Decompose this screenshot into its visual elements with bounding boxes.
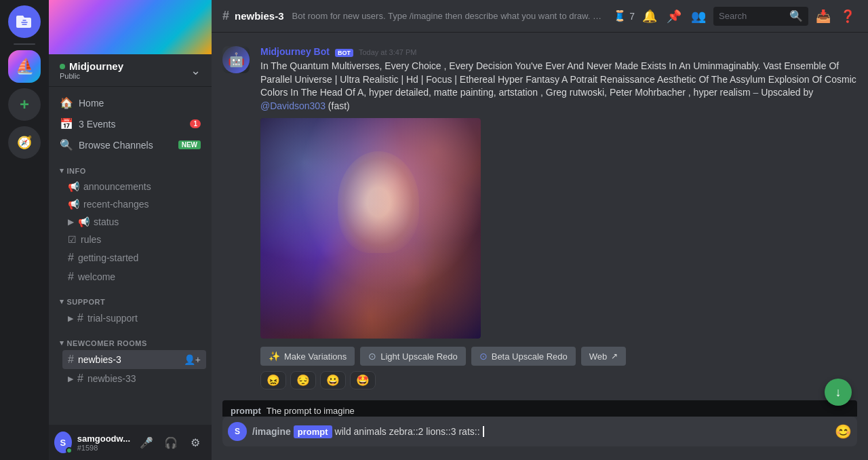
events-icon: 📅: [60, 117, 73, 130]
search-icon: 🔍: [789, 9, 803, 22]
channel-getting-started[interactable]: # getting-started: [62, 248, 206, 267]
message-author[interactable]: Midjourney Bot: [260, 46, 330, 57]
channel-recent-changes[interactable]: 📢 recent-changes: [62, 195, 206, 213]
user-controls: 🎤 🎧 ⚙: [136, 432, 206, 453]
deafen-button[interactable]: 🎧: [160, 432, 182, 453]
channel-sidebar: Midjourney Public ⌄ 🏠 Home 📅 3 Events 1 …: [49, 0, 212, 460]
beta-upscale-redo-button[interactable]: ⊙ Beta Upscale Redo: [471, 347, 576, 366]
hash-icon-1: #: [68, 252, 74, 264]
server-header[interactable]: Midjourney Public ⌄: [49, 54, 212, 87]
newbies33-chevron: ▶: [68, 375, 73, 383]
user-name: samgoodw...: [77, 434, 130, 444]
chat-input-area: S /imagine prompt wild animals zebra::2 …: [212, 417, 868, 460]
main-content: # newbies-3 Bot room for new users. Type…: [212, 0, 868, 460]
category-support[interactable]: ▾ SUPPORT: [54, 286, 206, 309]
channel-trial-support[interactable]: ▶ # trial-support: [62, 309, 206, 328]
add-server-button[interactable]: +: [8, 88, 41, 121]
announce-icon-2: 📢: [68, 199, 79, 210]
external-link-icon: ↗: [611, 351, 618, 361]
slash-command: /imagine: [252, 426, 291, 437]
user-discriminator: #1598: [77, 444, 130, 452]
server-status: Public: [60, 72, 123, 80]
chat-input-wrapper[interactable]: S /imagine prompt wild animals zebra::2 …: [222, 417, 857, 446]
action-buttons: ✨ Make Variations ⊙ Light Upscale Redo ⊙…: [260, 347, 857, 366]
category-newcomer[interactable]: ▾ NEWCOMER ROOMS: [54, 328, 206, 350]
members-button[interactable]: 👥: [689, 7, 708, 26]
header-hash-icon: #: [222, 9, 229, 23]
notification-bell-button[interactable]: 🔔: [640, 7, 659, 26]
channel-newbies-33[interactable]: ▶ # newbies-33: [62, 369, 206, 388]
channel-status[interactable]: ▶ 📢 status: [62, 213, 206, 231]
help-button[interactable]: ❓: [838, 7, 857, 26]
make-variations-button[interactable]: ✨ Make Variations: [260, 347, 355, 366]
user-online-dot: [66, 447, 73, 454]
sidebar-item-events[interactable]: 📅 3 Events 1: [54, 113, 206, 134]
ai-generated-image: [260, 118, 481, 339]
browse-new-badge: NEW: [178, 140, 201, 149]
search-box[interactable]: Search 🔍: [713, 7, 808, 26]
message-content: Midjourney Bot BOT Today at 3:47 PM In T…: [260, 46, 857, 389]
hash-icon-4: #: [68, 353, 74, 366]
chat-input-avatar: S: [228, 422, 247, 441]
light-upscale-redo-button[interactable]: ⊙ Light Upscale Redo: [360, 347, 465, 366]
channel-rules[interactable]: ☑ rules: [62, 231, 206, 248]
mute-button[interactable]: 🎤: [136, 432, 157, 453]
server-banner: [49, 0, 212, 54]
hash-icon-5: #: [77, 372, 83, 385]
add-member-icon[interactable]: 👤+: [184, 354, 201, 365]
member-count: 🧵 7: [613, 9, 635, 22]
make-variations-icon: ✨: [269, 351, 280, 362]
channel-newbies-3[interactable]: # newbies-3 👤+: [62, 350, 206, 369]
announce-icon: 📢: [68, 181, 79, 192]
web-button[interactable]: Web ↗: [581, 347, 627, 366]
message-row: 🤖 Midjourney Bot BOT Today at 3:47 PM In…: [222, 43, 857, 392]
image-attachment: [260, 118, 481, 339]
discord-home-button[interactable]: [8, 5, 41, 38]
hash-icon-3: #: [77, 312, 83, 324]
channel-announcements[interactable]: 📢 announcements: [62, 178, 206, 195]
status-chevron: ▶: [68, 217, 74, 227]
category-info-chevron: ▾: [60, 166, 64, 175]
mention-davidson[interactable]: @Davidson303: [260, 100, 326, 111]
prompt-tooltip-text: The prompt to imagine: [267, 406, 355, 416]
jump-to-bottom-button[interactable]: ↓: [825, 379, 852, 406]
sidebar-item-home[interactable]: 🏠 Home: [54, 92, 206, 113]
channel-header: # newbies-3 Bot room for new users. Type…: [212, 0, 868, 33]
chat-cursor: [483, 426, 484, 437]
trial-chevron: ▶: [68, 314, 73, 323]
channel-welcome[interactable]: # welcome: [62, 267, 206, 286]
chat-input-content[interactable]: /imagine prompt wild animals zebra::2 li…: [252, 425, 829, 438]
server-header-chevron: ⌄: [191, 63, 201, 78]
chat-input-text: wild animals zebra::2 lions::3 rats::: [335, 426, 480, 437]
reaction-sad[interactable]: 😔: [290, 371, 316, 389]
threads-icon: 🧵: [613, 9, 627, 22]
emoji-button[interactable]: 😊: [835, 423, 852, 440]
reactions: 😖 😔 😀 🤩: [260, 371, 857, 389]
prompt-tooltip: prompt The prompt to imagine: [222, 400, 857, 417]
server-icon-midjourney[interactable]: ⛵: [8, 50, 41, 83]
sidebar-item-browse-channels[interactable]: 🔍 Browse Channels NEW: [54, 134, 206, 155]
reaction-star-eyes[interactable]: 🤩: [350, 371, 376, 389]
events-label: 3 Events: [79, 119, 115, 130]
settings-button[interactable]: ⚙: [184, 432, 206, 453]
message-header: Midjourney Bot BOT Today at 3:47 PM: [260, 46, 857, 57]
server-name: Midjourney: [69, 60, 123, 72]
bot-avatar: 🤖: [222, 46, 250, 73]
bot-badge: BOT: [335, 49, 353, 57]
light-upscale-icon: ⊙: [368, 351, 376, 362]
category-newcomer-chevron: ▾: [60, 339, 64, 347]
user-avatar: S: [54, 432, 72, 453]
reaction-angry[interactable]: 😖: [260, 371, 286, 389]
messages-area: 🤖 Midjourney Bot BOT Today at 3:47 PM In…: [212, 33, 868, 417]
inbox-button[interactable]: 📥: [814, 7, 833, 26]
server-divider: [14, 43, 35, 45]
sidebar-nav: 🏠 Home 📅 3 Events 1 🔍 Browse Channels NE…: [49, 87, 212, 425]
user-bar: S samgoodw... #1598 🎤 🎧 ⚙: [49, 425, 212, 460]
prompt-label: prompt: [231, 406, 261, 416]
explore-servers-button[interactable]: 🧭: [8, 126, 41, 159]
reaction-happy[interactable]: 😀: [320, 371, 346, 389]
pin-button[interactable]: 📌: [665, 7, 684, 26]
category-info[interactable]: ▾ INFO: [54, 155, 206, 178]
events-badge: 1: [190, 119, 201, 128]
search-placeholder: Search: [719, 11, 785, 21]
